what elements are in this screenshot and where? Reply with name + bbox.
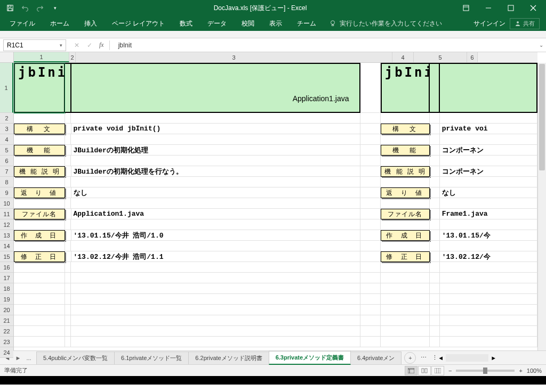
cell[interactable] [71, 294, 360, 305]
cell[interactable] [430, 209, 440, 219]
label-funcdesc[interactable]: 機 能 説 明 [14, 166, 65, 177]
hscroll-left-button[interactable]: ◄ [438, 355, 444, 361]
label-filename[interactable]: ファイル名 [381, 209, 430, 219]
row-header[interactable]: 10 [0, 198, 13, 209]
cell-grid[interactable]: jbInit Application1.java jbInit 構 文priva… [14, 63, 537, 350]
cell[interactable] [65, 198, 71, 209]
cell[interactable] [71, 177, 360, 187]
cell[interactable] [430, 113, 440, 124]
cell[interactable] [65, 283, 71, 294]
cell[interactable]: '13.01.15/今 [440, 230, 537, 241]
cell-modified-value[interactable]: '13.02.12/今井 浩司/1.1 [71, 251, 361, 262]
cell[interactable] [430, 337, 440, 347]
cell[interactable] [14, 134, 65, 145]
cell[interactable] [440, 177, 537, 187]
zoom-level[interactable]: 100% [527, 368, 542, 374]
cell[interactable] [440, 156, 537, 166]
cell[interactable]: Frame1.java [440, 209, 537, 219]
tab-insert[interactable]: 挿入 [77, 16, 105, 31]
cell[interactable] [430, 262, 440, 273]
cell[interactable] [360, 315, 380, 326]
cell[interactable] [440, 326, 537, 337]
cell[interactable] [440, 113, 537, 124]
cell[interactable] [430, 177, 440, 187]
horizontal-scrollbar[interactable] [446, 354, 488, 362]
select-all-corner[interactable] [0, 52, 14, 63]
row-header[interactable]: 7 [0, 166, 13, 177]
cell[interactable] [381, 294, 430, 305]
scrollbar-thumb[interactable] [539, 64, 545, 170]
row-header[interactable]: 4 [0, 134, 13, 145]
row-header[interactable]: 14 [0, 241, 13, 251]
cell[interactable] [65, 113, 71, 124]
cell[interactable] [430, 315, 440, 326]
cell[interactable]: private voi [440, 124, 537, 134]
cell[interactable] [360, 241, 380, 251]
tab-scroll-right-button[interactable]: ► [14, 355, 22, 361]
cell[interactable] [14, 219, 65, 230]
sheet-tab[interactable]: 5.4publicメンバ変数一覧 [36, 352, 115, 364]
label-filename[interactable]: ファイル名 [14, 209, 65, 219]
cell[interactable] [65, 134, 71, 145]
cell[interactable] [65, 209, 71, 219]
save-button[interactable] [3, 1, 17, 15]
cell[interactable] [430, 326, 440, 337]
zoom-slider[interactable] [456, 370, 515, 372]
cell[interactable] [430, 241, 440, 251]
cell[interactable] [14, 273, 65, 283]
label-return[interactable]: 返 り 値 [381, 187, 430, 198]
label-function[interactable]: 機 能 [381, 145, 430, 156]
vertical-scrollbar[interactable] [537, 63, 546, 350]
cell[interactable] [14, 326, 65, 337]
cell-filename-value[interactable]: Application1.java [71, 209, 361, 219]
cell[interactable] [381, 315, 430, 326]
cell[interactable] [381, 177, 430, 187]
cell[interactable] [430, 198, 440, 209]
cell[interactable] [360, 219, 380, 230]
maximize-button[interactable] [500, 1, 521, 15]
cell[interactable] [381, 134, 430, 145]
label-function[interactable]: 機 能 [14, 145, 65, 156]
cell[interactable] [360, 294, 380, 305]
cell[interactable] [440, 219, 537, 230]
cell[interactable] [360, 251, 380, 262]
cell[interactable] [381, 283, 430, 294]
row-header[interactable]: 9 [0, 187, 13, 198]
cell[interactable] [360, 124, 380, 134]
cell-created-value[interactable]: '13.01.15/今井 浩司/1.0 [71, 230, 361, 241]
cell[interactable] [440, 337, 537, 347]
cell[interactable] [440, 63, 537, 113]
cell[interactable] [430, 230, 440, 241]
cell[interactable] [430, 294, 440, 305]
cell-r1c5[interactable]: jbInit [381, 63, 430, 113]
cell[interactable] [430, 283, 440, 294]
label-funcdesc[interactable]: 機 能 説 明 [381, 166, 430, 177]
label-syntax[interactable]: 構 文 [14, 124, 65, 134]
cell[interactable] [440, 283, 537, 294]
cell[interactable] [14, 177, 65, 187]
cell[interactable] [360, 262, 380, 273]
cell[interactable] [71, 113, 360, 124]
cell[interactable] [430, 156, 440, 166]
tab-data[interactable]: データ [200, 16, 234, 31]
cell[interactable] [71, 326, 360, 337]
label-syntax[interactable]: 構 文 [381, 124, 430, 134]
cell[interactable] [14, 241, 65, 251]
cell[interactable] [381, 241, 430, 251]
cell[interactable] [381, 305, 430, 315]
row-header[interactable]: 23 [0, 337, 13, 347]
cell[interactable] [65, 124, 71, 134]
cell-r1c1[interactable]: jbInit [14, 63, 65, 113]
cell[interactable] [360, 113, 380, 124]
cell[interactable] [65, 305, 71, 315]
label-created[interactable]: 作 成 日 [14, 230, 65, 241]
cell[interactable] [360, 305, 380, 315]
row-header[interactable]: 20 [0, 305, 13, 315]
cell[interactable] [14, 156, 65, 166]
tab-more-dots[interactable]: ⋯ [419, 354, 428, 361]
cell[interactable] [65, 145, 71, 156]
row-header[interactable]: 12 [0, 219, 13, 230]
row-header[interactable]: 21 [0, 315, 13, 326]
cell[interactable] [381, 337, 430, 347]
cell-funcdesc-value[interactable]: JBuilderの初期化処理を行なう。 [71, 166, 361, 177]
